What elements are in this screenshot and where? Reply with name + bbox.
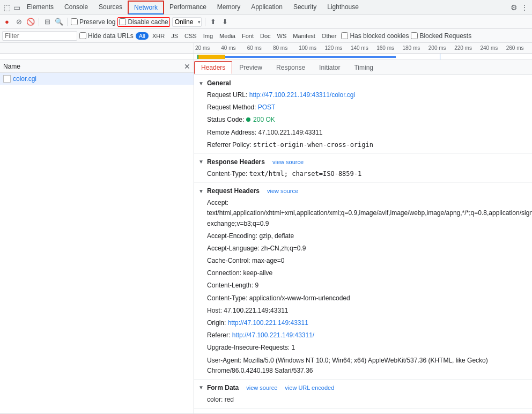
content-length-row: Content-Length: 9 [198,279,528,292]
status-code-key: Status Code: [207,116,244,123]
remote-address-key: Remote Address: [207,129,256,136]
blocked-requests-input[interactable] [411,32,418,39]
tab-sources[interactable]: Sources [93,1,128,14]
preserve-log-checkbox[interactable]: Preserve log [71,18,115,26]
blocked-requests-checkbox[interactable]: Blocked Requests [411,32,471,40]
request-method-key: Request Method: [207,104,256,111]
right-panel: Headers Preview Response Initiator Timin… [194,60,532,413]
clear-button[interactable]: 🚫 [26,17,35,27]
general-section-header[interactable]: ▼ General [198,77,528,89]
cache-control-row: Cache-Control: max-age=0 [198,255,528,267]
filter-media[interactable]: Media [217,32,238,40]
content-length-key: Content-Length: [207,282,253,289]
timeline-label-140ms: 140 ms [351,45,376,51]
filter-manifest[interactable]: Manifest [290,32,318,40]
tab-headers[interactable]: Headers [194,61,232,74]
request-headers-view-source[interactable]: view source [267,188,298,194]
color-val: red [225,396,234,403]
tab-response[interactable]: Response [269,61,312,74]
response-headers-header[interactable]: ▼ Response Headers view source [198,156,528,168]
accept-encoding-key: Accept-Encoding: [207,232,257,240]
filter-icon-button[interactable]: ⊟ [42,17,52,27]
content-type-row: Content-Type: text/html; charset=ISO-885… [198,168,528,180]
timeline-label-100ms: 100 ms [299,45,324,51]
accept-encoding-val: gzip, deflate [259,232,294,240]
user-agent-key: User-Agent: [207,357,241,364]
filter-input[interactable] [2,31,77,41]
more-icon[interactable]: ⋮ [519,2,530,13]
tab-memory[interactable]: Memory [212,1,246,14]
request-method-val: POST [258,104,276,111]
tab-performance[interactable]: Performance [164,1,212,14]
filter-img[interactable]: Img [201,32,216,40]
filter-all[interactable]: All [136,32,149,40]
timeline-header: 20 ms 40 ms 60 ms 80 ms 100 ms 120 ms 14… [0,43,532,54]
throttle-select[interactable]: Online [172,17,202,27]
response-headers-section: ▼ Response Headers view source Content-T… [194,154,532,183]
filter-css[interactable]: CSS [182,32,200,40]
referrer-policy-row: Referrer Policy: strict-origin-when-cros… [198,139,528,151]
hide-data-urls-checkbox[interactable]: Hide data URLs [79,32,134,40]
origin-row: Origin: http://47.100.221.149:43311 [198,317,528,329]
filter-doc[interactable]: Doc [257,32,274,40]
request-headers-header[interactable]: ▼ Request Headers view source [198,185,528,197]
tab-initiator[interactable]: Initiator [312,61,347,74]
close-detail-button[interactable]: ✕ [184,62,190,71]
filter-js[interactable]: JS [168,32,181,40]
list-item[interactable]: color.cgi [0,73,194,85]
has-blocked-input[interactable] [341,32,348,39]
connection-row: Connection: keep-alive [198,267,528,279]
device-icon[interactable]: ▭ [12,3,21,12]
filter-other[interactable]: Other [319,32,339,40]
cache-control-val: max-age=0 [252,257,284,264]
filter-ws[interactable]: WS [275,32,290,40]
timeline-label-180ms: 180 ms [403,45,428,51]
request-url-row: Request URL: http://47.100.221.149:43311… [198,89,528,101]
export-button[interactable]: ⬇ [220,17,230,27]
inspect-icon[interactable]: ⬚ [2,3,12,12]
tab-network[interactable]: Network [128,1,164,14]
tab-preview[interactable]: Preview [232,61,269,74]
tab-lighthouse[interactable]: Lighthouse [322,1,364,14]
form-data-view-url-encoded[interactable]: view URL encoded [285,385,334,391]
filter-font[interactable]: Font [239,32,256,40]
tab-application[interactable]: Application [246,1,288,14]
disable-cache-checkbox[interactable]: Disable cache [117,17,169,27]
record-button[interactable]: ● [2,17,12,27]
item-name: color.cgi [13,75,36,83]
referer-val: http://47.100.221.149:43311/ [232,331,314,339]
name-header-label: Name [3,63,20,70]
form-data-header[interactable]: ▼ Form Data view source view URL encoded [198,382,528,394]
preserve-log-input[interactable] [71,18,78,25]
timeline-label-160ms: 160 ms [376,45,402,51]
host-key: Host: [207,307,222,314]
search-button[interactable]: 🔍 [54,17,64,27]
response-headers-view-source[interactable]: view source [272,159,304,165]
referer-key: Referer: [207,331,230,339]
settings-icon[interactable]: ⚙ [508,2,519,13]
filter-xhr[interactable]: XHR [150,32,167,40]
import-button[interactable]: ⬆ [209,17,218,27]
color-key: color: [207,396,223,403]
disable-cache-input[interactable] [119,18,126,25]
content-type2-val: application/x-www-form-urlencoded [249,294,350,302]
cache-control-key: Cache-Control: [207,257,250,264]
accept-language-val: zh-CN,zh;q=0.9 [261,245,306,252]
tab-elements[interactable]: Elements [21,1,59,14]
detail-content: ▼ General Request URL: http://47.100.221… [194,75,532,413]
detail-tabs: Headers Preview Response Initiator Timin… [194,60,532,75]
stop-button[interactable]: ⊘ [14,17,24,27]
tab-console[interactable]: Console [59,1,93,14]
has-blocked-checkbox[interactable]: Has blocked cookies [341,32,409,40]
hide-data-urls-input[interactable] [79,32,86,39]
host-val: 47.100.221.149:43311 [224,307,288,314]
timeline-bar-orange [198,55,225,59]
tab-timing[interactable]: Timing [347,61,380,74]
tab-security[interactable]: Security [288,1,322,14]
form-data-view-source[interactable]: view source [246,385,277,391]
throttle-select-wrap[interactable]: Online [172,17,202,27]
request-url-val: http://47.100.221.149:43311/color.cgi [249,91,356,99]
connection-val: keep-alive [243,269,272,277]
accept-key: Accept: [207,199,228,206]
upgrade-key: Upgrade-Insecure-Requests: [207,344,290,351]
